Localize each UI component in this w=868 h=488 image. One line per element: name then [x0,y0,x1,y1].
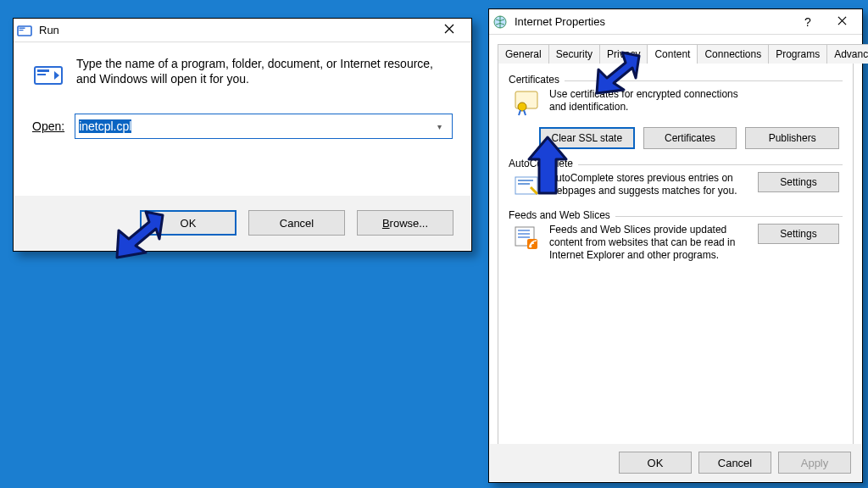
ip-titlebar[interactable]: Internet Properties ? [489,9,862,35]
publishers-button[interactable]: Publishers [745,127,839,149]
certificates-legend: Certificates [509,74,565,86]
annotation-arrow-clear-ssl [522,134,573,200]
svg-rect-4 [37,69,49,72]
close-icon [444,24,454,36]
run-open-label: Open: [32,119,64,133]
run-cancel-button[interactable]: Cancel [248,210,345,236]
feeds-text: Feeds and Web Slices provide updated con… [549,224,744,262]
close-icon [837,15,847,28]
run-open-combobox[interactable]: ▾ [75,114,453,139]
svg-rect-2 [19,30,24,30]
svg-rect-1 [19,27,25,28]
certificates-text: Use certificates for encrypted connectio… [549,88,744,117]
ip-tabs: General Security Privacy Content Connect… [498,43,854,63]
annotation-arrow-content-tab [592,51,646,100]
tab-content[interactable]: Content [647,44,698,64]
run-footer: OK Cancel Browse... [14,196,470,250]
feeds-icon [512,224,541,252]
annotation-arrow-ok [112,210,171,268]
run-dialog: Run Type the name of a program, folder, … [13,18,472,252]
feeds-legend: Feeds and Web Slices [509,209,615,221]
run-title: Run [39,24,431,36]
chevron-down-icon[interactable]: ▾ [431,122,447,131]
autocomplete-settings-button[interactable]: Settings [758,172,839,192]
tab-connections[interactable]: Connections [697,44,769,64]
ip-title: Internet Properties [515,15,791,28]
ip-footer: OK Cancel Apply [490,444,861,481]
run-message: Type the name of a program, folder, docu… [76,56,453,92]
ip-apply-button: Apply [778,452,851,474]
svg-point-8 [518,103,526,111]
run-app-icon [17,23,32,38]
globe-icon [492,14,508,30]
certificates-button[interactable]: Certificates [643,127,737,149]
ip-cancel-button[interactable]: Cancel [698,452,771,474]
ip-ok-button[interactable]: OK [619,452,692,474]
content-tab-panel: Certificates Use certificates for encryp… [498,63,854,449]
run-browse-button[interactable]: Browse... [357,210,453,236]
certificate-icon [512,88,541,117]
ip-help-button[interactable]: ? [791,11,825,33]
tab-programs[interactable]: Programs [768,44,827,64]
run-titlebar[interactable]: Run [14,19,471,42]
svg-rect-5 [37,74,46,75]
tab-general[interactable]: General [498,44,549,64]
autocomplete-text: AutoComplete stores previous entries on … [549,172,744,201]
ip-close-button[interactable] [825,11,859,33]
feeds-group: Feeds and Web Slices Feeds and Web Slice… [509,216,843,262]
run-large-icon [32,59,64,92]
run-close-button[interactable] [431,19,468,42]
internet-properties-dialog: Internet Properties ? General Security P… [488,8,863,483]
run-open-input[interactable] [79,119,431,133]
svg-point-14 [530,246,532,248]
help-icon: ? [804,15,811,29]
feeds-settings-button[interactable]: Settings [758,224,839,244]
tab-advanced[interactable]: Advanced [826,44,868,64]
